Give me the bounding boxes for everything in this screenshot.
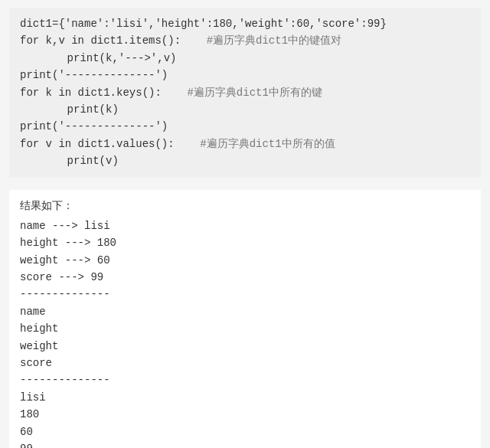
code-line-6: print(k) [20,101,470,118]
for-keyword-2: for k in dict1.keys(): [20,87,187,99]
code-line-3: print(k,'--->',v) [20,50,470,67]
output-line-7: height [20,320,470,337]
for-keyword: for k,v in dict1.items(): [20,34,207,47]
spacer [9,178,481,190]
code-block: dict1={'name':'lisi','height':180,'weigh… [9,8,481,178]
output-line-13: 60 [20,423,470,440]
code-line-7: print('--------------') [20,118,470,135]
output-label: 结果如下： [20,198,470,214]
output-line-4: score ---> 99 [20,269,470,286]
output-line-2: height ---> 180 [20,234,470,251]
code-line-8: for v in dict1.values(): #遍历字典dict1中所有的值 [20,136,470,152]
output-line-6: name [20,303,470,320]
code-line-2: for k,v in dict1.items(): #遍历字典dict1中的键值… [20,32,470,49]
output-line-8: weight [20,338,470,355]
code-line-4: print('--------------') [20,67,470,83]
output-line-5: -------------- [20,286,470,302]
code-line-5: for k in dict1.keys(): #遍历字典dict1中所有的键 [20,84,470,101]
output-line-9: score [20,355,470,371]
code-area: dict1={'name':'lisi','height':180,'weigh… [0,0,490,448]
output-block: 结果如下： name ---> lisiheight ---> 180weigh… [9,190,481,448]
comment-2: #遍历字典dict1中所有的键 [187,87,322,99]
comment-3: #遍历字典dict1中所有的值 [200,138,335,150]
output-line-3: weight ---> 60 [20,252,470,269]
code-line-1: dict1={'name':'lisi','height':180,'weigh… [20,15,470,32]
output-line-1: name ---> lisi [20,217,470,234]
output-line-12: 180 [20,406,470,423]
output-line-10: -------------- [20,371,470,388]
for-keyword-3: for v in dict1.values(): [20,138,200,150]
comment-1: #遍历字典dict1中的键值对 [207,34,341,47]
output-line-11: lisi [20,389,470,406]
code-line-9: print(v) [20,152,470,169]
output-line-14: 99 [20,440,470,448]
